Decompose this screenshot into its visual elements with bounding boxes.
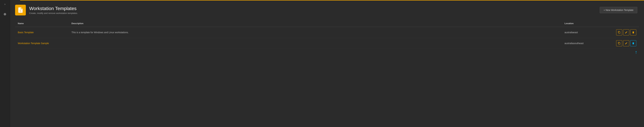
row-description: This is a template for Windows and Linux… (69, 27, 562, 38)
col-location: Location (562, 20, 606, 27)
row-actions (608, 40, 636, 46)
top-accent-bar (20, 0, 644, 0)
copy-button[interactable] (616, 40, 622, 46)
document-icon (17, 7, 24, 13)
page-header: Workstation Templates Create, modify and… (10, 0, 644, 20)
col-actions (606, 20, 639, 27)
row-actions (608, 29, 636, 36)
col-name: Name (15, 20, 69, 27)
row-location: australiasoutheast (562, 38, 606, 49)
sidebar-toggle[interactable]: › (4, 2, 6, 7)
page-title: Workstation Templates (29, 6, 78, 12)
table-row: Basic TemplateThis is a template for Win… (15, 27, 639, 38)
sidebar: › ⊕ (0, 0, 10, 127)
page-subtitle: Create, modify and remove workstation te… (29, 12, 78, 14)
page-icon (15, 5, 26, 16)
new-workstation-template-button[interactable]: + New Workstation Template (600, 7, 637, 13)
edit-button[interactable] (623, 40, 629, 46)
main-content: Workstation Templates Create, modify and… (10, 0, 644, 127)
table-body: Basic TemplateThis is a template for Win… (15, 27, 639, 49)
row-name-link[interactable]: Basic Template (18, 31, 34, 34)
table-header: Name Description Location (15, 20, 639, 27)
header-text: Workstation Templates Create, modify and… (29, 6, 78, 14)
col-description: Description (69, 20, 562, 27)
edit-button[interactable] (623, 29, 629, 36)
row-name-link[interactable]: Workstation Template Sample (18, 42, 49, 45)
header-left: Workstation Templates Create, modify and… (15, 5, 78, 16)
arrow-indicator: ↑ (15, 49, 639, 54)
table-container: Name Description Location Basic Template… (10, 20, 644, 127)
row-description (69, 38, 562, 49)
delete-button[interactable] (630, 29, 636, 36)
copy-button[interactable] (616, 29, 622, 36)
table-row: Workstation Template Sampleaustraliasout… (15, 38, 639, 49)
templates-table: Name Description Location Basic Template… (15, 20, 639, 49)
sidebar-add-button[interactable]: ⊕ (3, 12, 8, 16)
row-location: australiaeast (562, 27, 606, 38)
arrow-up-icon: ↑ (635, 50, 637, 54)
delete-button[interactable] (630, 40, 636, 46)
